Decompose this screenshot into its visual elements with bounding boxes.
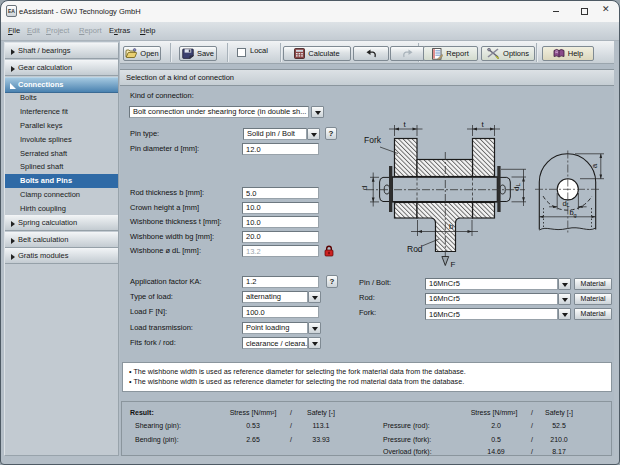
svg-text:dL: dL — [512, 182, 522, 190]
svg-text:a: a — [590, 163, 599, 168]
svg-text:d: d — [360, 186, 369, 190]
svg-text:t: t — [482, 120, 485, 129]
svg-text:b: b — [449, 222, 454, 231]
svg-text:t: t — [404, 120, 407, 129]
svg-text:Rod: Rod — [407, 244, 423, 254]
svg-text:bg: bg — [569, 208, 576, 218]
svg-text:Fork: Fork — [364, 135, 382, 145]
svg-text:F: F — [451, 260, 456, 269]
